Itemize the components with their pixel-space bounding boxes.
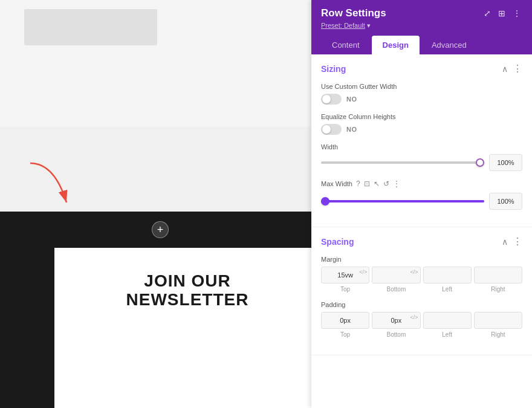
padding-bottom-tag: </> [410,314,418,320]
padding-left-label: Left [423,331,472,338]
margin-bottom-wrap: </> [372,267,420,283]
custom-gutter-label: Use Custom Gutter Width [321,83,522,90]
max-width-label: Max Width [321,180,352,187]
padding-top-wrap [321,312,369,329]
max-width-value[interactable]: 100% [489,193,522,210]
panel-header: Row Settings ⤢ ⊞ ⋮ Preset: Default ▾ Con… [311,0,532,54]
sizing-section: Sizing ∧ ⋮ Use Custom Gutter Width NO Eq… [311,54,532,227]
max-width-help-icon[interactable]: ? [356,180,360,188]
margin-left-input[interactable] [423,267,472,283]
sizing-section-title: Sizing [321,64,346,74]
max-width-more-icon[interactable]: ⋮ [393,180,400,188]
newsletter-section: JOIN OUR NEWSLETTER [54,248,320,408]
custom-gutter-value: NO [346,96,357,103]
dark-section-bar: + [0,212,320,248]
padding-bottom-label: Bottom [372,331,420,338]
padding-right-label: Right [474,331,522,338]
max-width-reset-icon[interactable]: ↺ [383,180,389,188]
padding-top-label: Top [321,331,369,338]
panel-tabs: Content Design Advanced [321,36,522,54]
max-width-device-icon[interactable]: ⊡ [364,180,370,188]
max-width-cursor-icon[interactable]: ↖ [374,180,380,188]
tab-advanced[interactable]: Advanced [421,36,478,54]
panel-title: Row Settings [321,7,386,19]
spacing-collapse-icon[interactable]: ∧ [502,237,508,247]
panel-header-icons: ⤢ ⊞ ⋮ [482,7,522,19]
margin-top-label: Top [321,286,369,293]
padding-label: Padding [321,301,522,308]
equalize-heights-value: NO [346,126,357,133]
margin-left-wrap [423,267,472,283]
spacing-section-title: Spacing [321,237,354,247]
custom-gutter-row: Use Custom Gutter Width NO [321,83,522,105]
max-width-slider-track[interactable] [321,200,484,202]
margin-right-label: Right [474,286,522,293]
tab-content[interactable]: Content [321,36,371,54]
add-row-button[interactable]: + [152,221,169,238]
padding-right-input[interactable] [474,312,522,329]
equalize-heights-row: Equalize Column Heights NO [321,113,522,135]
padding-right-wrap [474,312,522,329]
margin-label: Margin [321,256,522,263]
max-width-row: Max Width ? ⊡ ↖ ↺ ⋮ 100% [321,180,522,210]
padding-bottom-wrap: </> [372,312,420,329]
width-slider-track[interactable] [321,161,484,164]
sizing-more-icon[interactable]: ⋮ [513,63,522,74]
spacing-section: Spacing ∧ ⋮ Margin </> </> [311,227,532,355]
margin-left-label: Left [423,286,472,293]
page-canvas: + JOIN OUR NEWSLETTER [0,0,320,408]
margin-bottom-tag: </> [410,269,418,275]
expand-icon[interactable]: ⤢ [482,7,492,19]
newsletter-left-strip [0,248,54,408]
spacing-more-icon[interactable]: ⋮ [513,236,522,247]
margin-right-input[interactable] [474,267,522,283]
padding-row: Padding </> [321,301,522,338]
columns-icon[interactable]: ⊞ [497,7,507,19]
panel-preset: Preset: Default ▾ [321,22,522,30]
custom-gutter-toggle[interactable] [321,94,342,105]
padding-left-input[interactable] [423,312,472,329]
equalize-heights-label: Equalize Column Heights [321,113,522,120]
tab-design[interactable]: Design [372,36,420,54]
padding-left-wrap [423,312,472,329]
width-label: Width [321,143,522,151]
padding-top-input[interactable] [321,312,369,329]
margin-top-wrap: </> [321,267,369,283]
equalize-heights-toggle[interactable] [321,124,342,135]
width-row: Width 100% [321,143,522,171]
width-value[interactable]: 100% [489,154,522,171]
row-settings-panel: Row Settings ⤢ ⊞ ⋮ Preset: Default ▾ Con… [311,0,532,408]
sizing-collapse-icon[interactable]: ∧ [502,64,508,74]
page-content-block [24,9,157,45]
margin-row: Margin </> </> [321,256,522,293]
page-top-section [0,0,320,127]
panel-body: Sizing ∧ ⋮ Use Custom Gutter Width NO Eq… [311,54,532,408]
more-options-icon[interactable]: ⋮ [511,7,522,19]
arrow-indicator [18,157,79,220]
newsletter-title: JOIN OUR NEWSLETTER [126,272,249,309]
margin-top-tag: </> [359,269,367,275]
margin-right-wrap [474,267,522,283]
margin-bottom-label: Bottom [372,286,420,293]
